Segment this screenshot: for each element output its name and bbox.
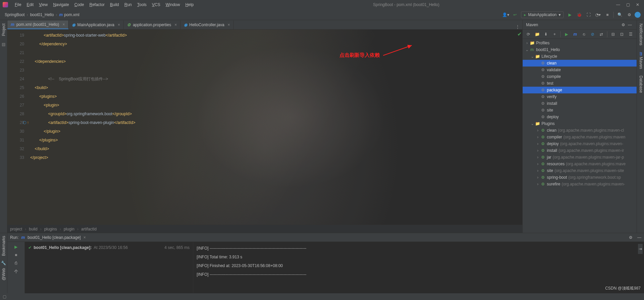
settings-button[interactable]: ⚙ [625,11,633,19]
add-icon[interactable]: + [551,31,558,38]
maven-tab[interactable]: m Maven [637,49,644,72]
breadcrumb-item[interactable]: plugins [44,227,57,231]
tool-window-toggle-icon[interactable]: ▢ [3,294,6,299]
task-row[interactable]: ✔ boot01_Hello [clean,package]: At 2023/… [28,244,190,251]
close-icon[interactable]: × [63,22,65,27]
menu-build[interactable]: Build [107,2,122,7]
menu-file[interactable]: File [12,2,24,7]
collapse-all-icon[interactable]: ⊟ [609,31,617,38]
tree-row[interactable]: ⚙test [523,80,637,87]
editor-tab[interactable]: mpom.xml (boot01_Hello)× [7,20,69,29]
tree-row[interactable]: ›⚙compiler (org.apache.maven.plugins:mav… [523,134,637,140]
tree-row[interactable]: ⚙install [523,100,637,107]
left-tool-strip: Project ▤ [0,20,7,233]
breadcrumb-item[interactable]: build [29,227,37,231]
back-icon[interactable]: ↩ [511,11,519,19]
coverage-button[interactable]: ⛶ [585,11,593,19]
run-label: Run: [10,235,18,240]
run-button[interactable]: ▶ [566,11,574,19]
maximize-button[interactable]: ▢ [626,2,630,7]
show-settings-icon[interactable]: ⊡ [618,31,626,38]
tree-row[interactable]: ⚙clean [523,60,637,67]
avatar-icon[interactable] [635,12,641,18]
close-icon[interactable]: × [174,23,177,27]
generate-sources-icon[interactable]: 📁 [533,31,541,38]
gear-icon[interactable]: ⚙ [620,23,627,27]
run-maven-icon[interactable]: ▶ [563,31,570,38]
minimize-icon[interactable]: — [627,23,633,27]
tree-row[interactable]: ›⚙clean (org.apache.maven.plugins:maven-… [523,127,637,134]
editor-tab[interactable]: ◉HelloController.java× [180,20,234,29]
tree-row[interactable]: ›⚙jar (org.apache.maven.plugins:maven-ja… [523,154,637,161]
close-button[interactable]: ✕ [636,2,639,7]
show-deps-icon[interactable]: ⇄ [598,31,605,38]
run-task-tree: ✔ boot01_Hello [clean,package]: At 2023/… [25,242,193,293]
stop-icon[interactable]: ■ [15,253,17,257]
breadcrumb[interactable]: mpom.xml [57,12,81,17]
filter-icon[interactable]: ⎙ [15,261,17,265]
tree-row[interactable]: ›⚙deploy (org.apache.maven.plugins:maven… [523,140,637,147]
minimize-icon[interactable]: — [637,235,641,240]
tree-row[interactable]: ›⚙surefire (org.apache.maven.plugins:mav… [523,181,637,187]
run-config-selector[interactable]: ▸MainApplication▾ [521,11,564,18]
editor-tab[interactable]: ⚙application.properties× [124,20,180,29]
add-user-icon[interactable]: 👤▾ [501,11,510,19]
tree-row[interactable]: ⚙package [523,87,637,93]
tree-row[interactable]: ›📁Profiles [523,40,637,46]
tree-row[interactable]: ⌄mboot01_Hello [523,46,637,53]
breadcrumb[interactable]: SpringBoot [3,12,27,17]
menu-window[interactable]: Window [163,2,183,7]
stop-button[interactable]: ■ [603,11,611,19]
toggle-skip-tests-icon[interactable]: ⊘ [589,31,596,38]
tree-row[interactable]: ⚙validate [523,67,637,73]
toggle-offline-icon[interactable]: ⎋ [580,31,588,38]
tree-row[interactable]: ›⚙install (org.apache.maven.plugins:mave… [523,147,637,154]
menu-refactor[interactable]: Refactor [87,2,107,7]
tree-row[interactable]: ⚙site [523,107,637,114]
close-icon[interactable]: × [228,23,230,27]
database-tab[interactable]: Database [637,72,644,96]
export-icon[interactable]: 个 [14,269,18,274]
reload-icon[interactable]: ⟳ [525,31,532,38]
close-tab-icon[interactable]: × [83,235,86,240]
gear-icon[interactable]: ⚙ [627,235,635,240]
tree-row[interactable]: ⚙compile [523,73,637,80]
web-tab[interactable]: @Web [1,265,7,283]
notifications-tab[interactable]: Notifications [637,20,644,49]
breadcrumb-item[interactable]: artifactId [81,227,96,231]
tree-row[interactable]: ›⚙resources (org.apache.maven.plugins:ma… [523,161,637,167]
profile-button[interactable]: ◔▾ [594,11,602,19]
project-tool-tab[interactable]: Project [1,20,7,39]
menu-run[interactable]: Run [122,2,134,7]
run-console[interactable]: ⇥ [INFO] -------------------------------… [193,242,644,293]
menu-code[interactable]: Code [72,2,87,7]
editor-tab[interactable]: ◉MainApplication.java× [69,20,124,29]
tree-row[interactable]: ⌄📁Plugins [523,120,637,127]
breadcrumb-item[interactable]: plugin [64,227,74,231]
tree-row[interactable]: ⚙verify [523,93,637,100]
tree-row[interactable]: ⌄📁Lifecycle [523,53,637,60]
tree-row[interactable]: ›⚙site (org.apache.maven.plugins:maven-s… [523,167,637,174]
menu-tools[interactable]: Tools [134,2,149,7]
bookmarks-tab[interactable]: Bookmarks [1,233,7,259]
close-icon[interactable]: × [118,23,120,27]
menu-view[interactable]: View [36,2,50,7]
debug-button[interactable]: 🐞 [575,11,583,19]
tree-row[interactable]: ›⚙spring-boot (org.springframework.boot:… [523,174,637,181]
breadcrumb-item[interactable]: project [10,227,22,231]
menu-help[interactable]: Help [183,2,196,7]
download-icon[interactable]: ⬇ [542,31,550,38]
tab-actions-icon[interactable]: ⋮ [513,25,522,29]
menu-navigate[interactable]: Navigate [50,2,72,7]
search-button[interactable]: 🔍 [616,11,624,19]
menu-vcs[interactable]: VCS [149,2,163,7]
execute-goal-icon[interactable]: m [571,31,579,38]
code-editor[interactable]: 1920212223242526272829⬡↑30313233 <artifa… [7,30,522,225]
breadcrumb[interactable]: boot01_Hello [28,12,56,17]
more-icon[interactable]: ☰ [627,31,634,38]
menu-edit[interactable]: Edit [24,2,36,7]
rerun-icon[interactable]: ▶ [14,245,17,249]
tree-row[interactable]: ⚙deploy [523,114,637,120]
minimize-button[interactable]: — [616,2,620,7]
soft-wrap-icon[interactable]: ⇥ [638,244,643,254]
